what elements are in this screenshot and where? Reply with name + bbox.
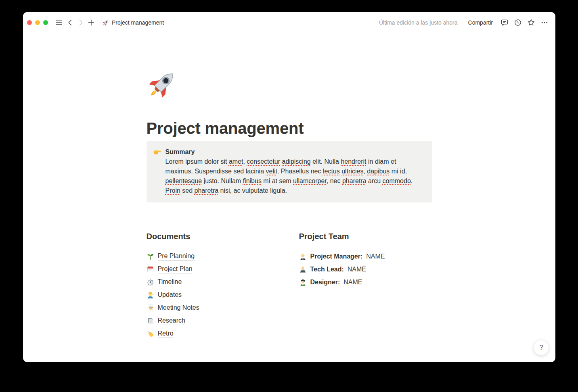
breadcrumb-title: Project management	[112, 19, 164, 26]
document-link-label: Timeline	[158, 277, 182, 286]
documents-heading: Documents	[147, 231, 280, 245]
misspelled-word: pharetra	[342, 177, 366, 184]
help-button[interactable]: ?	[534, 340, 549, 355]
team-member-name: NAME	[366, 253, 385, 260]
documents-list: Pre PlanningProject PlanTimelineUpdatesM…	[147, 250, 280, 340]
document-link-pre-planning[interactable]: Pre Planning	[147, 250, 280, 263]
misspelled-word: adipiscing	[282, 158, 311, 165]
window-controls	[27, 20, 48, 25]
misspelled-word: commodo	[383, 177, 411, 184]
misspelled-word: finibus	[243, 177, 262, 184]
comment-icon	[501, 19, 509, 27]
artist-icon	[299, 279, 307, 286]
team-member-role: Designer:	[310, 279, 340, 286]
team-member-role: Tech Lead:	[310, 266, 344, 273]
document-link-project-plan[interactable]: Project Plan	[147, 263, 280, 275]
page-rocket-icon[interactable]	[147, 69, 178, 100]
project-team-heading: Project Team	[299, 231, 432, 245]
document-link-research[interactable]: Research	[147, 314, 280, 327]
history-button[interactable]	[513, 17, 523, 28]
back-button[interactable]	[65, 17, 75, 28]
bookmark-tabs-icon	[147, 317, 154, 325]
summary-callout: Summary Lorem ipsum dolor sit amet, cons…	[147, 141, 432, 202]
chevron-right-icon	[77, 19, 85, 27]
misspelled-word: Proin	[165, 187, 180, 194]
misspelled-word: pellentesque	[165, 177, 202, 184]
seedling-icon	[147, 252, 154, 260]
plus-icon	[87, 19, 95, 27]
office-worker-icon	[299, 253, 307, 261]
star-icon	[527, 19, 535, 27]
misspelled-word: lectus	[323, 168, 340, 175]
stopwatch-icon	[147, 278, 154, 286]
share-button[interactable]: Compartir	[466, 18, 495, 27]
calendar-icon	[147, 265, 154, 273]
misspelled-word: amet	[229, 158, 243, 165]
callout-body: Lorem ipsum dolor sit amet, consectetur …	[165, 157, 418, 196]
technologist-icon	[299, 266, 307, 273]
document-link-label: Project Plan	[158, 265, 193, 273]
documents-section: Documents Pre PlanningProject PlanTimeli…	[147, 231, 280, 340]
document-link-label: Research	[158, 316, 185, 325]
woman-tipping-hand-icon	[147, 291, 154, 299]
sidebar-toggle-button[interactable]	[54, 17, 64, 28]
clock-icon	[514, 19, 522, 27]
misspelled-word: ultricies	[341, 168, 363, 175]
misspelled-word: ullamcorper	[293, 177, 327, 184]
pointing-right-icon	[153, 148, 161, 156]
team-member-designer: Designer:NAME	[299, 276, 432, 289]
document-link-meeting-notes[interactable]: Meeting Notes	[147, 301, 280, 314]
document-link-label: Updates	[158, 290, 182, 299]
page-content: Project management Summary Lorem ipsum d…	[23, 33, 555, 362]
rocket-icon	[102, 19, 109, 26]
title-bar: Project management Última edición a las …	[23, 12, 555, 33]
chevron-left-icon	[66, 19, 74, 27]
zoom-window-button[interactable]	[43, 20, 48, 25]
project-team-section: Project Team Project Manager:NAMETech Le…	[299, 231, 432, 340]
more-options-button[interactable]	[539, 17, 550, 28]
misspelled-word: pharetra	[195, 187, 219, 194]
favorite-button[interactable]	[526, 17, 536, 28]
close-window-button[interactable]	[27, 20, 32, 25]
notion-window: Project management Última edición a las …	[23, 12, 555, 362]
team-member-role: Project Manager:	[310, 253, 363, 260]
team-list: Project Manager:NAMETech Lead:NAMEDesign…	[299, 250, 432, 289]
document-link-retro[interactable]: Retro	[147, 327, 280, 340]
document-link-timeline[interactable]: Timeline	[147, 275, 280, 288]
forward-button[interactable]	[75, 17, 86, 28]
team-member-tech-lead: Tech Lead:NAME	[299, 263, 432, 276]
document-link-label: Meeting Notes	[158, 303, 199, 312]
last-edited-label: Última edición a las justo ahora	[379, 19, 458, 26]
misspelled-word: velit	[266, 168, 277, 175]
team-member-name: NAME	[348, 266, 366, 273]
misspelled-word: consectetur	[247, 158, 280, 165]
team-member-name: NAME	[343, 279, 362, 286]
memo-icon	[147, 304, 154, 312]
misspelled-word: dapibus	[367, 168, 390, 175]
new-tab-button[interactable]	[86, 17, 96, 28]
minimize-window-button[interactable]	[35, 20, 40, 25]
clapping-hands-icon	[147, 330, 154, 338]
team-member-project-manager: Project Manager:NAME	[299, 250, 432, 263]
hamburger-menu-icon	[55, 19, 63, 27]
page-title: Project management	[147, 119, 432, 138]
document-link-updates[interactable]: Updates	[147, 288, 280, 301]
misspelled-word: hendrerit	[341, 158, 366, 165]
ellipsis-icon	[540, 19, 549, 27]
document-link-label: Pre Planning	[158, 252, 195, 261]
breadcrumb[interactable]: Project management	[102, 19, 164, 26]
document-link-label: Retro	[158, 329, 174, 338]
comments-button[interactable]	[499, 17, 510, 28]
callout-title: Summary	[165, 147, 418, 157]
